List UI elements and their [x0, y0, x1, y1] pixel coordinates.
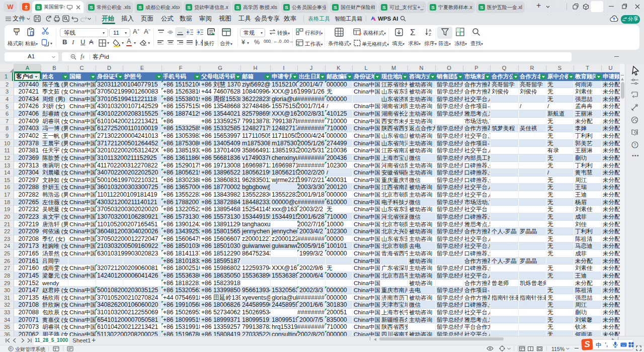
svg-text:R: R: [10, 347, 12, 350]
svg-text:?: ?: [634, 142, 636, 147]
svg-text:Z: Z: [429, 32, 431, 36]
